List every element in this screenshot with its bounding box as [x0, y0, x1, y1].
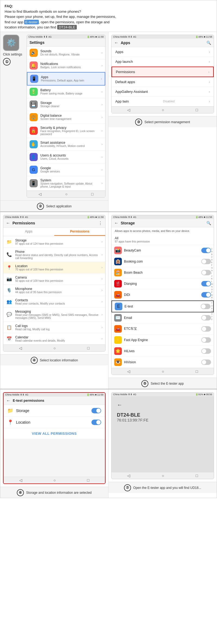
settings-item-smart-assistance[interactable]: ✋ Smart assistance Accessibility, HiTouc…	[27, 138, 105, 151]
perm-item-contacts[interactable]: 👥 Contacts Read your contacts, Modify yo…	[3, 296, 105, 308]
nav-sq-p2[interactable]: □	[196, 108, 198, 112]
settings-item-battery[interactable]: 🔋 Battery Power saving mode, Battery usa…	[27, 86, 105, 98]
toggle-etc车宝[interactable]	[201, 326, 211, 332]
nav-back-p3[interactable]: ◁	[19, 346, 22, 350]
tab-apps[interactable]: Apps	[3, 228, 54, 236]
settings-item-digital-balance[interactable]: ⚖️ Digital balance Screen time managemen…	[27, 111, 105, 124]
phone2-back-arrow[interactable]: ←	[114, 40, 119, 45]
perm-item-call logs[interactable]: 📋 Call logs Read call log, Modify call l…	[3, 322, 105, 333]
perm-item-calendar[interactable]: 📅 Calendar Read calendar events and deta…	[3, 333, 105, 345]
nav-back-p4[interactable]: ◁	[127, 369, 130, 374]
nav-home-p3[interactable]: ○	[53, 346, 56, 350]
alpha-R[interactable]: R	[211, 296, 213, 299]
etest-perm-storage[interactable]: 📁 Storage	[4, 405, 105, 417]
settings-item-sounds[interactable]: 🔊 Sounds Do not disturb, Ringtone, Vibra…	[27, 47, 105, 59]
perm-item-phone[interactable]: 📞 Phone Read device status and identity,…	[3, 248, 105, 262]
perm-item-storage[interactable]: 📁 Storage 97 apps out of 124 have this p…	[3, 236, 105, 248]
alpha-L[interactable]: L	[211, 280, 213, 283]
apps-item-appgallery-assistant[interactable]: AppGallery Assistant›	[111, 87, 214, 97]
nav-sq-p5[interactable]: □	[87, 478, 89, 482]
storage-app-hilives[interactable]: 🌟 HiLives	[111, 346, 214, 357]
storage-app-boom-beach[interactable]: 🏖️ Boom Beach	[111, 267, 214, 278]
nav-back[interactable]: ◁	[39, 192, 42, 196]
storage-app-hivision[interactable]: 👁️ HiVision	[111, 357, 214, 368]
nav-square[interactable]: □	[91, 192, 93, 196]
alpha-#[interactable]: #	[211, 248, 213, 250]
perm-item-messaging[interactable]: 💬 Messaging Read your messages (SMS or M…	[3, 308, 105, 322]
etest-perm-location[interactable]: 📍 Location	[4, 417, 105, 428]
phone6-back[interactable]: ←	[117, 402, 208, 408]
settings-item-apps[interactable]: 📱 Apps Permissions, Default apps, App tw…	[27, 72, 105, 86]
alpha-J[interactable]: J	[211, 275, 213, 277]
settings-item-system[interactable]: 📱 System System navigation, Software upd…	[27, 176, 105, 191]
alpha-P[interactable]: P	[211, 291, 213, 293]
nav-home-p6[interactable]: ○	[162, 473, 164, 478]
alpha-V[interactable]: V	[211, 307, 213, 310]
etest-toggle-location[interactable]	[91, 420, 101, 425]
nav-back-p6[interactable]: ◁	[127, 473, 130, 478]
nav-home-p2[interactable]: ○	[162, 108, 164, 112]
alpha-E[interactable]: E	[211, 261, 213, 264]
storage-app-booking.com[interactable]: 🏨 Booking.com	[111, 256, 214, 267]
alpha-G[interactable]: G	[211, 267, 213, 269]
apps-item-apps[interactable]: Apps›	[111, 47, 214, 57]
alpha-Z[interactable]: Z	[211, 318, 213, 321]
alpha-K[interactable]: K	[211, 277, 213, 280]
storage-app-fast-app-engine[interactable]: ⚡ Fast App Engine	[111, 335, 214, 346]
alpha-Y[interactable]: Y	[211, 315, 213, 318]
perm-item-microphone[interactable]: 🎙️ Microphone 44 apps out of 95 have thi…	[3, 285, 105, 296]
storage-app-e-test[interactable]: E E-test	[111, 300, 214, 312]
alpha-I[interactable]: I	[211, 272, 213, 274]
phone4-search[interactable]: 🔍	[206, 221, 211, 225]
toggle-hilives[interactable]	[201, 348, 211, 354]
alpha-N[interactable]: N	[211, 286, 213, 288]
alpha-A[interactable]: A	[211, 250, 213, 253]
toggle-hivision[interactable]	[201, 359, 211, 365]
settings-icon[interactable]: ⚙️	[3, 35, 19, 51]
storage-app-etc车宝[interactable]: 🚗 ETC车宝	[111, 323, 214, 335]
toggle-dianping[interactable]	[201, 281, 211, 286]
phone3-back[interactable]: ←	[6, 221, 10, 225]
alpha-U[interactable]: U	[211, 305, 213, 307]
apps-item-app-launch[interactable]: App launch›	[111, 57, 214, 67]
alpha-D[interactable]: D	[211, 259, 213, 261]
apps-item-default-apps[interactable]: Default apps›	[111, 77, 214, 87]
view-all-link[interactable]: VIEW ALL PERMISSIONS	[4, 428, 105, 439]
storage-app-email[interactable]: ✉️ Email	[111, 312, 214, 323]
phone5-back[interactable]: ←	[6, 398, 11, 403]
nav-home-p4[interactable]: ○	[162, 369, 164, 374]
alpha-S[interactable]: S	[211, 299, 213, 302]
storage-app-dianping[interactable]: 🍴 Dianping	[111, 278, 214, 289]
phone3-menu[interactable]: ⋮	[98, 221, 103, 226]
toggle-didi[interactable]	[201, 292, 211, 298]
alpha-F[interactable]: F	[211, 264, 213, 266]
nav-back-p5[interactable]: ◁	[19, 478, 22, 482]
nav-home-p5[interactable]: ○	[53, 478, 56, 482]
toggle-email[interactable]	[201, 315, 211, 321]
perm-item-location[interactable]: 📍 Location 70 apps out of 100 have this …	[3, 262, 105, 273]
toggle-fast app engine[interactable]	[201, 337, 211, 343]
etest-toggle-storage[interactable]	[91, 408, 101, 413]
nav-sq-p6[interactable]: □	[196, 473, 198, 478]
settings-item-security-&-privacy[interactable]: 🔒 Security & privacy Face recognition, F…	[27, 124, 105, 138]
alpha-O[interactable]: O	[211, 288, 213, 291]
nav-sq-p4[interactable]: □	[196, 369, 198, 374]
alpha-W[interactable]: W	[211, 310, 213, 312]
nav-sq-p3[interactable]: □	[87, 346, 90, 350]
alpha-M[interactable]: M	[211, 283, 213, 285]
toggle-e-test[interactable]	[201, 304, 210, 309]
alpha-X[interactable]: X	[211, 313, 213, 315]
settings-item-storage[interactable]: 💾 Storage Storage cleaner ›	[27, 98, 105, 111]
phone2-search-icon[interactable]: 🔍	[206, 41, 211, 45]
storage-app-didi[interactable]: 🚗 DiDi	[111, 289, 214, 300]
apps-item-permissions[interactable]: Permissions›	[111, 67, 214, 77]
alpha-Q[interactable]: Q	[211, 294, 213, 296]
alpha-H[interactable]: H	[211, 269, 213, 272]
settings-item-users-&-accounts[interactable]: 👤 Users & accounts Users, Cloud, Account…	[27, 151, 105, 164]
nav-back-p2[interactable]: ◁	[127, 108, 130, 112]
alpha-T[interactable]: T	[211, 302, 213, 304]
storage-app-beautycam[interactable]: 📸 BeautyCam	[111, 245, 214, 256]
perm-item-camera[interactable]: 📷 Camera 50 apps out of 109 have this pe…	[3, 273, 105, 285]
phone4-back[interactable]: ←	[114, 221, 119, 225]
settings-item-notifications[interactable]: 🔔 Notifications Badges, Lock screen noti…	[27, 59, 105, 72]
